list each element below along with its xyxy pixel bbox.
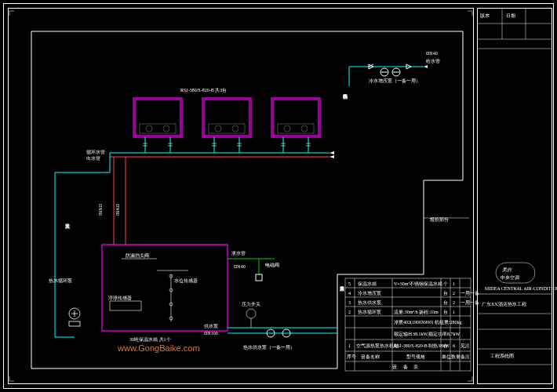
svg-text:2: 2 — [348, 310, 351, 314]
svg-point-70 — [246, 309, 256, 318]
svg-point-20 — [215, 125, 221, 132]
schematic-svg: DN40 给水管 冷水增压泵（一备一用） 空气源热水机 RSJ-380/S-82… — [0, 0, 557, 392]
svg-text:1: 1 — [348, 343, 351, 348]
svg-text:循环水管: 循环水管 — [86, 150, 105, 154]
svg-text:备注: 备注 — [461, 354, 470, 359]
svg-point-21 — [232, 125, 238, 132]
svg-text:6: 6 — [453, 343, 455, 348]
svg-text:给水管: 给水管 — [426, 59, 440, 64]
svg-text:中央空调: 中央空调 — [501, 274, 519, 280]
svg-text:2: 2 — [453, 300, 455, 305]
svg-text:台: 台 — [443, 291, 448, 296]
svg-text:冷水增压泵: 冷水增压泵 — [358, 291, 381, 296]
svg-rect-22 — [278, 124, 314, 133]
svg-text:见注: 见注 — [461, 343, 470, 348]
svg-text:热水供水泵: 热水供水泵 — [358, 300, 381, 305]
svg-text:DN80: DN80 — [115, 204, 120, 216]
svg-rect-10 — [133, 98, 182, 137]
svg-point-17 — [146, 125, 152, 132]
svg-rect-15 — [273, 100, 319, 136]
svg-text:DN100: DN100 — [204, 331, 218, 336]
svg-text:一用一备: 一用一备 — [461, 300, 479, 305]
svg-text:V=30m³不锈钢保温水箱: V=30m³不锈钢保温水箱 — [394, 281, 442, 286]
svg-text:台: 台 — [443, 343, 448, 348]
svg-text:3: 3 — [348, 300, 351, 305]
svg-rect-132 — [496, 263, 535, 283]
svg-text:序号: 序号 — [347, 354, 356, 359]
svg-text:数量: 数量 — [451, 354, 461, 359]
watermark: www.GongBaike.com — [118, 343, 200, 353]
svg-text:2: 2 — [453, 291, 455, 296]
svg-text:接入供水管: 接入供水管 — [340, 286, 344, 292]
svg-text:设 备 表: 设 备 表 — [392, 365, 420, 369]
svg-text:5: 5 — [348, 281, 351, 286]
svg-text:RSJ-380/S-820-B   共3台: RSJ-380/S-820-B 共3台 — [180, 88, 227, 93]
svg-text:工程系统图: 工程系统图 — [490, 353, 514, 358]
svg-text:电磁阀: 电磁阀 — [265, 263, 279, 267]
svg-text:美的: 美的 — [502, 267, 512, 272]
svg-text:报价部分: 报价部分 — [429, 216, 449, 222]
svg-text:DN80: DN80 — [98, 204, 103, 216]
svg-rect-14 — [271, 98, 320, 137]
svg-text:热水循环泵: 热水循环泵 — [358, 310, 381, 314]
svg-text:净重402(1900X900) 机组重:280kg: 净重402(1900X900) 机组重:280kg — [394, 320, 462, 325]
svg-rect-11 — [135, 100, 180, 136]
svg-text:1: 1 — [453, 310, 455, 314]
svg-point-24 — [301, 125, 308, 132]
svg-text:出水管: 出水管 — [86, 156, 100, 161]
svg-text:冷水增压泵（一备一用）: 冷水增压泵（一备一用） — [369, 78, 420, 84]
svg-text:水位传感器: 水位传感器 — [174, 278, 198, 283]
svg-point-23 — [284, 125, 290, 132]
svg-text:型号规格: 型号规格 — [406, 354, 425, 359]
svg-text:台: 台 — [443, 300, 448, 305]
svg-text:一用一备: 一用一备 — [461, 291, 479, 296]
svg-text:RSJ-380/S-820-B 制热38kW: RSJ-380/S-820-B 制热38kW — [394, 343, 450, 348]
svg-text:水流开关: 水流开关 — [65, 223, 70, 229]
svg-text:空气源热泵热水机组: 空气源热泵热水机组 — [356, 343, 399, 348]
svg-rect-16 — [140, 124, 176, 133]
svg-rect-13 — [204, 100, 249, 136]
svg-rect-63 — [256, 274, 262, 281]
svg-text:泄水管: 泄水管 — [231, 251, 246, 256]
svg-rect-12 — [202, 98, 251, 137]
svg-rect-19 — [209, 124, 245, 133]
svg-text:版本: 版本 — [480, 13, 490, 18]
svg-text:设备名称: 设备名称 — [361, 354, 380, 359]
svg-text:浮球传感器: 浮球传感器 — [108, 296, 132, 300]
svg-text:空气源热水机: 空气源热水机 — [343, 94, 348, 100]
svg-text:个: 个 — [443, 281, 448, 286]
svg-text:供水泵: 供水泵 — [204, 324, 218, 328]
svg-text:保温水箱: 保温水箱 — [358, 281, 377, 286]
svg-rect-48 — [102, 245, 228, 331]
svg-text:热水循环泵: 热水循环泵 — [49, 278, 72, 283]
svg-text:防漏挡关阀: 防漏挡关阀 — [126, 252, 149, 258]
svg-text:1: 1 — [453, 281, 455, 286]
svg-text:流量:30m³/h 扬程:10m: 流量:30m³/h 扬程:10m — [394, 309, 439, 314]
svg-text:单位: 单位 — [442, 354, 451, 359]
svg-text:压力开关: 压力开关 — [242, 301, 260, 307]
svg-text:30吨保温水箱   共1个: 30吨保温水箱 共1个 — [129, 337, 171, 342]
svg-rect-51 — [110, 301, 141, 310]
svg-text:4: 4 — [348, 291, 351, 296]
svg-text:台: 台 — [443, 310, 448, 314]
svg-text:热水供水泵（一备一用）: 热水供水泵（一备一用） — [243, 345, 295, 350]
svg-text:额定输出38.1kW,额定功率8.7kW: 额定输出38.1kW,额定功率8.7kW — [394, 331, 461, 336]
svg-text:DN40: DN40 — [426, 51, 438, 56]
svg-text:MIDEA CENTRAL AIR-CONDITIONING: MIDEA CENTRAL AIR-CONDITIONING — [485, 286, 557, 291]
svg-text:DN40: DN40 — [234, 264, 246, 269]
svg-text:广东XX酒店热水工程: 广东XX酒店热水工程 — [482, 301, 526, 307]
svg-point-18 — [163, 125, 169, 132]
svg-text:日期: 日期 — [506, 13, 515, 18]
svg-rect-46 — [69, 321, 80, 326]
